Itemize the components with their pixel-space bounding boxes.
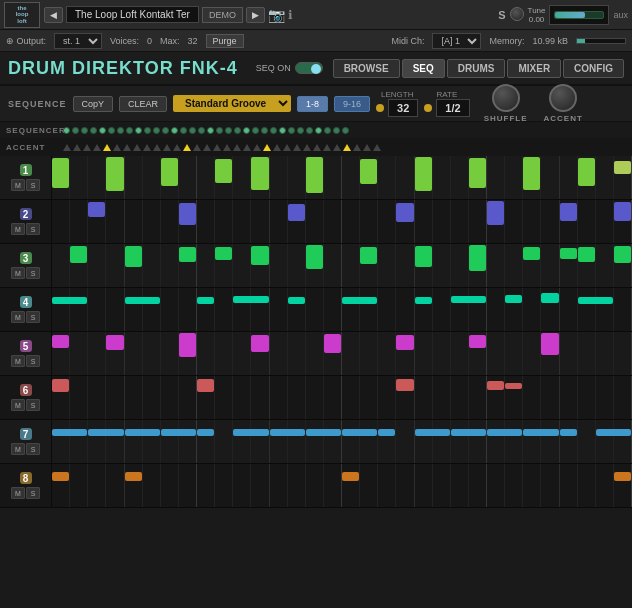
solo-button-4[interactable]: S: [26, 311, 40, 323]
solo-button-5[interactable]: S: [26, 355, 40, 367]
note-7-11[interactable]: [451, 429, 486, 437]
track-grid-2[interactable]: [52, 200, 632, 243]
note-4-6[interactable]: [415, 297, 432, 305]
accent-tri-15[interactable]: [213, 144, 221, 151]
seq-dot-13[interactable]: [180, 127, 187, 134]
track-grid-8[interactable]: [52, 464, 632, 507]
note-1-9[interactable]: [523, 157, 540, 189]
note-8-2[interactable]: [342, 472, 359, 481]
note-6-1[interactable]: [197, 379, 214, 393]
accent-tri-8[interactable]: [143, 144, 151, 151]
accent-tri-24[interactable]: [303, 144, 311, 151]
note-1-4[interactable]: [251, 157, 268, 189]
solo-button-8[interactable]: S: [26, 487, 40, 499]
mute-button-2[interactable]: M: [11, 223, 25, 235]
note-4-1[interactable]: [125, 297, 160, 305]
seq-dot-15[interactable]: [198, 127, 205, 134]
seq-dot-26[interactable]: [297, 127, 304, 134]
accent-tri-21[interactable]: [273, 144, 281, 151]
note-1-1[interactable]: [106, 157, 123, 191]
accent-tri-11[interactable]: [173, 144, 181, 151]
note-7-1[interactable]: [88, 429, 123, 437]
note-3-2[interactable]: [179, 247, 196, 262]
accent-tri-22[interactable]: [283, 144, 291, 151]
accent-tri-0[interactable]: [63, 144, 71, 151]
note-5-3[interactable]: [251, 335, 268, 352]
note-3-7[interactable]: [415, 246, 432, 268]
accent-tri-25[interactable]: [313, 144, 321, 151]
accent-tri-14[interactable]: [203, 144, 211, 151]
note-4-3[interactable]: [233, 296, 268, 304]
note-1-10[interactable]: [578, 158, 595, 186]
accent-tri-1[interactable]: [73, 144, 81, 151]
tab-browse[interactable]: BROWSE: [333, 59, 400, 78]
note-2-5[interactable]: [560, 203, 577, 220]
seq-dot-16[interactable]: [207, 127, 214, 134]
note-1-7[interactable]: [415, 157, 432, 191]
seq-dot-12[interactable]: [171, 127, 178, 134]
track-grid-5[interactable]: [52, 332, 632, 375]
tab-drums[interactable]: DRUMS: [447, 59, 506, 78]
mute-button-4[interactable]: M: [11, 311, 25, 323]
solo-button-1[interactable]: S: [26, 179, 40, 191]
note-4-10[interactable]: [578, 297, 613, 305]
note-1-3[interactable]: [215, 159, 232, 183]
note-1-6[interactable]: [360, 159, 377, 185]
accent-tri-27[interactable]: [333, 144, 341, 151]
rate-dot-left[interactable]: [424, 104, 432, 112]
note-5-6[interactable]: [469, 335, 486, 348]
note-2-6[interactable]: [614, 202, 631, 221]
note-6-2[interactable]: [396, 379, 413, 391]
accent-tri-2[interactable]: [83, 144, 91, 151]
tab-config[interactable]: CONFIG: [563, 59, 624, 78]
seq-dot-7[interactable]: [126, 127, 133, 134]
note-8-1[interactable]: [125, 472, 142, 481]
accent-tri-30[interactable]: [363, 144, 371, 151]
note-8-0[interactable]: [52, 472, 69, 481]
accent-tri-4[interactable]: [103, 144, 111, 151]
seq-dot-27[interactable]: [306, 127, 313, 134]
solo-button-2[interactable]: S: [26, 223, 40, 235]
seq-dot-2[interactable]: [81, 127, 88, 134]
note-3-6[interactable]: [360, 247, 377, 264]
shuffle-knob[interactable]: [492, 84, 520, 112]
note-1-8[interactable]: [469, 158, 486, 188]
s-button[interactable]: S: [498, 9, 505, 21]
seq-dot-19[interactable]: [234, 127, 241, 134]
seq-dot-11[interactable]: [162, 127, 169, 134]
track-grid-4[interactable]: [52, 288, 632, 331]
note-4-5[interactable]: [342, 297, 377, 305]
info-icon[interactable]: ℹ: [288, 8, 293, 22]
note-3-11[interactable]: [578, 247, 595, 262]
range-1-8-button[interactable]: 1-8: [297, 96, 328, 112]
length-dot-left[interactable]: [376, 104, 384, 112]
seq-on-pill[interactable]: [295, 62, 323, 74]
seq-dot-5[interactable]: [108, 127, 115, 134]
accent-tri-10[interactable]: [163, 144, 171, 151]
seq-dot-21[interactable]: [252, 127, 259, 134]
solo-button-6[interactable]: S: [26, 399, 40, 411]
seq-dot-8[interactable]: [135, 127, 142, 134]
accent-tri-28[interactable]: [343, 144, 351, 151]
mute-button-8[interactable]: M: [11, 487, 25, 499]
accent-tri-6[interactable]: [123, 144, 131, 151]
accent-tri-17[interactable]: [233, 144, 241, 151]
note-4-2[interactable]: [197, 297, 214, 305]
seq-dot-17[interactable]: [216, 127, 223, 134]
copy-button[interactable]: CopY: [73, 96, 114, 112]
accent-tri-7[interactable]: [133, 144, 141, 151]
accent-knob[interactable]: [549, 84, 577, 112]
note-1-11[interactable]: [614, 161, 631, 174]
groove-select[interactable]: Standard Groove: [173, 95, 291, 112]
accent-tri-9[interactable]: [153, 144, 161, 151]
note-5-1[interactable]: [106, 335, 123, 350]
track-grid-1[interactable]: [52, 156, 632, 199]
seq-dot-14[interactable]: [189, 127, 196, 134]
seq-dot-3[interactable]: [90, 127, 97, 134]
seq-dot-4[interactable]: [99, 127, 106, 134]
note-7-8[interactable]: [342, 429, 377, 437]
note-2-2[interactable]: [288, 204, 305, 221]
seq-dot-20[interactable]: [243, 127, 250, 134]
prev-button[interactable]: ◀: [44, 7, 63, 23]
next-button[interactable]: ▶: [246, 7, 265, 23]
